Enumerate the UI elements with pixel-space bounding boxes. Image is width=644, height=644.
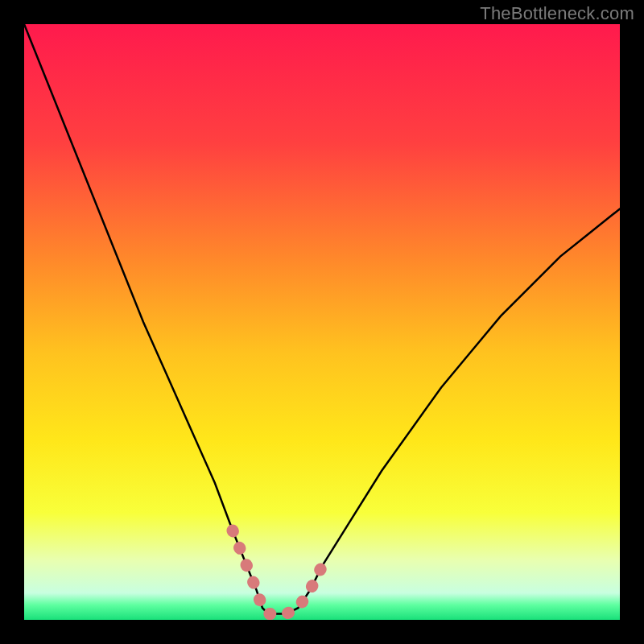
gradient-background (24, 24, 620, 620)
bottleneck-chart (0, 0, 644, 644)
chart-frame: TheBottleneck.com (0, 0, 644, 644)
